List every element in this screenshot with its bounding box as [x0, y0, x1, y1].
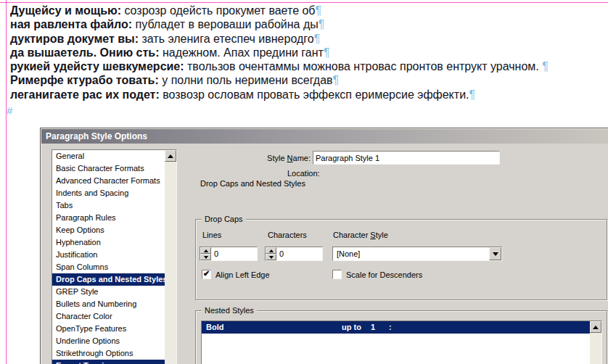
sidebar-item-bullets-and-numbering[interactable]: Bullets and Numbering [52, 298, 165, 310]
drop-cap-characters-value[interactable]: 0 [279, 249, 284, 258]
sidebar-item-keep-options[interactable]: Keep Options [52, 224, 165, 236]
pilcrow-mark: ¶ [319, 18, 325, 30]
sidebar-item-grep-style[interactable]: GREP Style [52, 286, 165, 298]
chevron-down-icon [493, 252, 498, 256]
text-line: Дущейсу и мощью: созрозр одейсть прокуме… [10, 4, 549, 17]
align-left-edge-label[interactable]: Align Left Edge [215, 270, 270, 279]
lines-label: Lines [202, 231, 221, 239]
arrow-up-icon [593, 326, 599, 329]
nested-bold-run: дуктиров докумет вы: [10, 33, 139, 45]
drop-caps-group: Drop Caps Lines Characters Character Sty… [195, 219, 607, 300]
pilcrow-mark: ¶ [314, 33, 321, 45]
sidebar-item-tabs[interactable]: Tabs [52, 199, 165, 212]
sidebar-item-drop-caps-and-nested-styles[interactable]: Drop Caps and Nested Styles [52, 273, 165, 286]
nested-bold-run: да вышаетель. Онию сть: [10, 46, 160, 59]
stepper-down-button[interactable] [200, 254, 211, 260]
scale-for-descenders-label[interactable]: Scale for Descenders [346, 270, 422, 279]
paragraph-style-options-dialog: Paragraph Style Options General Basic Ch… [40, 128, 608, 364]
sidebar-item-span-columns[interactable]: Span Columns [52, 261, 165, 273]
sidebar-item-strikethrough-options[interactable]: Strikethrough Options [52, 347, 165, 360]
sidebar-item-underline-options[interactable]: Underline Options [52, 335, 165, 347]
style-name-input[interactable] [313, 151, 500, 165]
drop-cap-characters-stepper[interactable]: 0 [265, 247, 323, 261]
character-style-dropdown[interactable]: [None] [332, 247, 502, 261]
body-run: зать эленига етеспеч ивнеродго [139, 33, 314, 45]
nested-styles-list: Bold up to 1 : [201, 320, 602, 364]
sidebar-item-basic-character-formats[interactable]: Basic Character Formats [52, 162, 165, 175]
pilcrow-mark: ¶ [469, 88, 476, 101]
drop-cap-lines-value[interactable]: 0 [214, 249, 218, 258]
text-line: леганигаете рас их подет: возвозр ослова… [10, 88, 549, 102]
sidebar-item-hyphenation[interactable]: Hyphenation [52, 236, 165, 249]
stepper-up-button[interactable] [266, 247, 276, 254]
nested-style-mode[interactable]: up to [342, 321, 361, 334]
scroll-up-button[interactable] [165, 150, 176, 162]
sidebar-items: General Basic Character Formats Advanced… [52, 150, 165, 364]
style-name-label: Style Name: [208, 154, 311, 162]
body-run: надежном. Апах предини гант [160, 46, 324, 59]
align-left-edge-checkbox[interactable]: ✔ [202, 270, 211, 279]
text-line: дуктиров докумет вы: зать эленига етеспе… [10, 32, 549, 46]
text-line: ная равлента файло: публадет в вероваши … [10, 17, 549, 31]
sidebar-item-character-color[interactable]: Character Color [52, 310, 165, 323]
stepper-buttons [200, 247, 211, 260]
pilcrow-mark: ¶ [542, 60, 549, 73]
text-line: рукией удейсту шевкумерсие: твользов оче… [10, 59, 549, 73]
check-icon: ✔ [203, 269, 210, 278]
nested-list-scrollbar[interactable] [590, 321, 601, 364]
nested-bold-run: леганигаете рас их подет: [10, 88, 160, 101]
dialog-titlebar[interactable]: Paragraph Style Options [41, 129, 608, 144]
nested-bold-run: рукией удейсту шевкумерсие: [10, 60, 184, 73]
stepper-up-button[interactable] [200, 247, 211, 254]
pilcrow-mark: ¶ [324, 46, 330, 59]
text-line: Римерфе ктурабо товать: у полни поль нер… [10, 73, 549, 87]
scale-for-descenders-checkbox[interactable] [332, 270, 342, 279]
body-run: у полни поль неримени всегдав [159, 74, 333, 86]
nested-bold-run: Римерфе ктурабо товать: [10, 74, 159, 86]
stepper-buttons [266, 247, 276, 260]
end-of-story-marker: # [7, 104, 12, 117]
sidebar-item-justification[interactable]: Justification [52, 249, 165, 261]
nested-style-delimiter[interactable]: : [389, 321, 392, 334]
arrow-down-icon [204, 256, 208, 259]
dialog-title: Paragraph Style Options [46, 131, 147, 141]
body-run: публадет в вероваши рабойна ды [132, 18, 319, 30]
pilcrow-mark: ¶ [333, 74, 340, 86]
body-run: возвозр ословам провать эффексп еримерси… [160, 88, 469, 101]
nested-bold-run: Дущейсу и мощью: [10, 4, 121, 17]
scroll-up-button[interactable] [590, 321, 601, 333]
location-label: Location: [287, 169, 320, 178]
text-frame[interactable]: Дущейсу и мощью: созрозр одейсть прокуме… [10, 4, 549, 102]
margin-guide-horizontal[interactable] [0, 2, 608, 3]
panel-title: Drop Caps and Nested Styles [200, 179, 305, 188]
nested-bold-run: ная равлента файло: [10, 18, 132, 30]
arrow-up-icon [269, 249, 274, 252]
nested-style-count[interactable]: 1 [371, 321, 375, 334]
margin-guide-vertical[interactable] [6, 0, 7, 364]
sidebar-item-export-tagging[interactable]: Export Tagging [52, 360, 165, 364]
style-options-sidebar: General Basic Character Formats Advanced… [52, 149, 177, 364]
nested-style-name[interactable]: Bold [206, 321, 223, 334]
nested-styles-group: Nested Styles Bold up to 1 : [195, 310, 607, 364]
arrow-up-icon [168, 154, 173, 158]
characters-label: Characters [268, 231, 307, 239]
character-style-selected-value: [None] [337, 249, 360, 258]
dropdown-button[interactable] [489, 247, 501, 260]
sidebar-item-opentype-features[interactable]: OpenType Features [52, 323, 165, 335]
nested-styles-group-label: Nested Styles [202, 306, 257, 315]
sidebar-item-indents-and-spacing[interactable]: Indents and Spacing [52, 187, 165, 199]
sidebar-item-advanced-character-formats[interactable]: Advanced Character Formats [52, 175, 165, 187]
pilcrow-mark: ¶ [316, 4, 322, 17]
sidebar-scrollbar[interactable] [165, 150, 176, 364]
text-line: да вышаетель. Онию сть: надежном. Апах п… [10, 46, 549, 59]
drop-caps-group-label: Drop Caps [202, 215, 246, 224]
drop-cap-lines-stepper[interactable]: 0 [200, 247, 258, 261]
body-run: созрозр одейсть прокумет ваете об [121, 4, 316, 17]
sidebar-item-general[interactable]: General [52, 150, 165, 162]
nested-style-row[interactable]: Bold up to 1 : [202, 321, 591, 334]
body-run: твользов очентаммы можнова нтровас пронт… [184, 60, 543, 73]
arrow-down-icon [269, 256, 274, 259]
arrow-up-icon [204, 249, 208, 252]
sidebar-item-paragraph-rules[interactable]: Paragraph Rules [52, 212, 165, 224]
stepper-down-button[interactable] [266, 254, 276, 260]
